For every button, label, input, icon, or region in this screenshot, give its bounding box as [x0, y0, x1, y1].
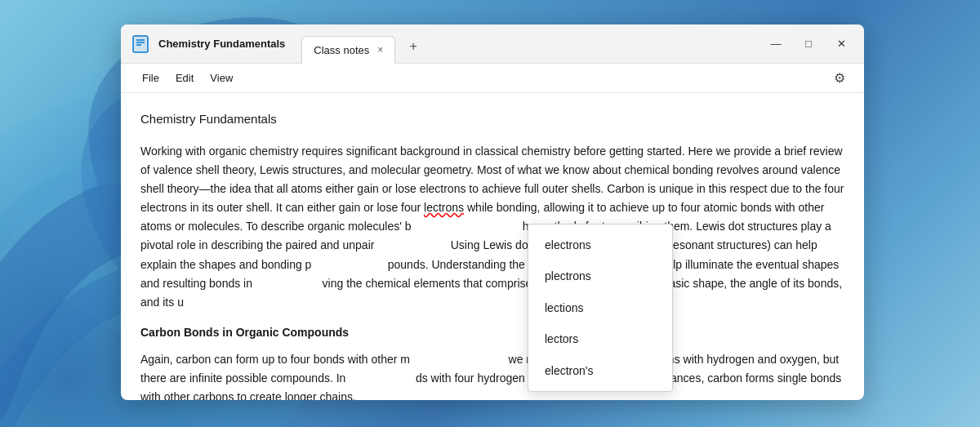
view-menu[interactable]: View	[202, 69, 241, 87]
window-title: Chemistry Fundamentals	[158, 38, 285, 50]
tab-bar: Class notes × +	[301, 29, 763, 58]
app-icon	[131, 34, 150, 54]
menu-bar: File Edit View ⚙	[121, 64, 864, 93]
misspelled-word: lectrons	[424, 201, 464, 214]
add-tab-button[interactable]: +	[402, 35, 425, 58]
paragraph-2: Again, carbon can form up to four bonds …	[140, 350, 844, 400]
minimize-button[interactable]: —	[763, 31, 789, 57]
close-button[interactable]: ✕	[828, 31, 854, 57]
notepad-window: Chemistry Fundamentals Class notes × + —…	[121, 24, 864, 400]
autocomplete-item-0[interactable]: electrons	[528, 229, 672, 260]
maximize-button[interactable]: □	[795, 31, 822, 57]
section-title-carbon-bonds: Carbon Bonds in Organic Compounds	[140, 323, 844, 342]
autocomplete-dropdown: electrons plectrons lections lectors ele…	[528, 224, 673, 392]
autocomplete-item-3[interactable]: lectors	[528, 323, 672, 354]
tab-label: Class notes	[314, 44, 369, 56]
window-controls: — □ ✕	[763, 31, 854, 57]
file-menu[interactable]: File	[134, 69, 167, 87]
svg-rect-2	[133, 36, 148, 52]
class-notes-tab[interactable]: Class notes ×	[301, 36, 395, 64]
autocomplete-item-2[interactable]: lections	[528, 292, 672, 323]
edit-menu[interactable]: Edit	[167, 69, 202, 87]
settings-button[interactable]: ⚙	[828, 67, 851, 90]
paragraph-1: Working with organic chemistry requires …	[140, 142, 844, 312]
title-bar: Chemistry Fundamentals Class notes × + —…	[121, 24, 864, 64]
document-title: Chemistry Fundamentals	[140, 109, 844, 129]
autocomplete-item-4[interactable]: electron's	[528, 355, 672, 386]
content-area: Chemistry Fundamentals Working with orga…	[121, 93, 864, 400]
tab-close-button[interactable]: ×	[377, 45, 383, 55]
document-body: Working with organic chemistry requires …	[140, 142, 844, 400]
autocomplete-item-1[interactable]: plectrons	[528, 260, 672, 291]
